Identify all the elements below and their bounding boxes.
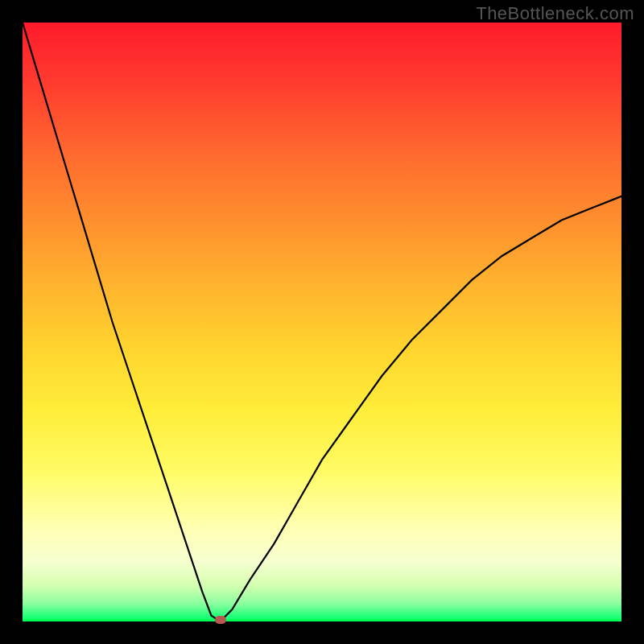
optimal-point-marker — [215, 616, 226, 624]
chart-root: { "watermark": "TheBottleneck.com", "cha… — [0, 0, 644, 644]
bottleneck-curve — [23, 23, 621, 621]
plot-area — [23, 23, 621, 621]
watermark-text: TheBottleneck.com — [476, 3, 634, 24]
plot-frame — [23, 23, 621, 621]
